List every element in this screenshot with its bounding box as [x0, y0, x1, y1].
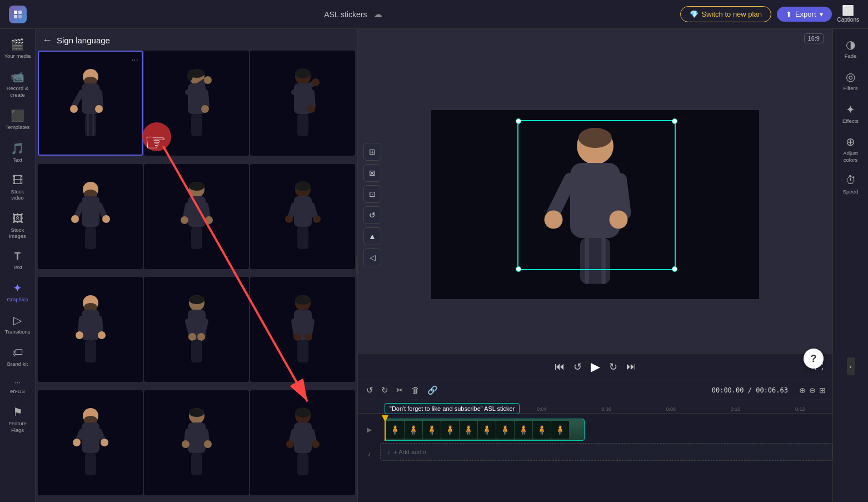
svg-rect-2 [14, 15, 17, 18]
canvas-tool-rotate[interactable]: ↺ [363, 206, 381, 224]
sidebar-item-graphics[interactable]: ✦ Graphics [1, 277, 34, 307]
skip-to-end-button[interactable]: ⏭ [626, 361, 636, 372]
record-icon: 📹 [11, 70, 24, 83]
svg-point-45 [205, 216, 213, 224]
skip-to-start-button[interactable]: ⏮ [555, 361, 565, 372]
aspect-ratio-value: 16:9 [808, 35, 820, 42]
ruler-mark-10: 0:10 [703, 406, 767, 412]
back-button[interactable]: ← [42, 34, 52, 46]
zoom-out-button[interactable]: ⊖ [809, 386, 816, 395]
fit-button[interactable]: ⊞ [819, 386, 826, 395]
svg-line-36 [99, 205, 104, 216]
cut-button[interactable]: ✂ [395, 384, 405, 397]
media-card-5[interactable] [144, 164, 249, 269]
media-card-8[interactable] [144, 277, 249, 382]
stock-images-icon: 🖼 [12, 212, 23, 225]
svg-rect-11 [85, 114, 96, 136]
svg-line-110 [620, 180, 625, 213]
canvas-tool-back[interactable]: ◁ [363, 248, 381, 266]
timeline-time-display: 00:00.00 / 00:06.63 [712, 386, 788, 394]
upload-icon: ⬆ [786, 10, 792, 18]
link-button[interactable]: 🔗 [426, 384, 440, 397]
add-audio-button[interactable]: ♪ + Add audio [380, 443, 832, 461]
help-button[interactable]: ? [804, 349, 824, 369]
right-sidebar-item-filters[interactable]: ◎ Filters [834, 66, 867, 96]
sidebar-item-your-media[interactable]: 🎬 Your media [1, 33, 34, 63]
redo-button[interactable]: ↻ [380, 384, 390, 397]
media-card-6[interactable] [250, 164, 355, 269]
clip-frame-9: 🧍 [533, 421, 551, 439]
canvas-tool-resize[interactable]: ⊞ [363, 143, 381, 161]
video-track: ▶ "Don't forget to like and subscribe" A… [358, 416, 832, 444]
character-svg-10 [68, 404, 113, 481]
svg-rect-1 [18, 11, 22, 14]
undo-button[interactable]: ↺ [365, 384, 375, 397]
svg-rect-89 [188, 423, 206, 453]
forward5-button[interactable]: ↻ [609, 361, 617, 373]
svg-point-91 [182, 440, 189, 448]
media-card-10[interactable] [38, 390, 143, 495]
svg-rect-62 [85, 340, 96, 362]
svg-point-21 [201, 105, 209, 113]
svg-line-100 [312, 431, 314, 441]
svg-point-69 [197, 333, 205, 341]
right-sidebar-item-adjust-colors[interactable]: ⊕ Adjust colors [834, 131, 867, 167]
switch-plan-button[interactable]: 💎 Switch to new plan [680, 6, 771, 22]
more-options-icon-1[interactable]: ··· [131, 55, 138, 65]
export-button[interactable]: ⬆ Export ▾ [777, 7, 832, 22]
sidebar-item-feature-flags-2[interactable]: ⚑ Feature Flags [1, 401, 34, 438]
media-card-11[interactable] [144, 390, 249, 495]
zoom-in-button[interactable]: ⊕ [799, 386, 806, 395]
media-card-1[interactable]: ··· [38, 51, 143, 156]
svg-point-83 [73, 439, 81, 446]
right-sidebar-item-effects[interactable]: ✦ Effects [834, 98, 867, 128]
right-sidebar-item-speed[interactable]: ⏱ Speed [834, 170, 867, 199]
stock-video-icon: 🎞 [12, 174, 23, 187]
sidebar-item-templates[interactable]: ⬛ Templates [1, 105, 34, 135]
sidebar-item-record[interactable]: 📹 Record & create [1, 66, 34, 102]
audio-track-content: ♪ + Add audio [380, 443, 832, 465]
rewind5-button[interactable]: ↺ [573, 361, 582, 373]
right-sidebar-item-fade[interactable]: ◑ Fade [834, 33, 867, 63]
character-svg-9 [281, 291, 325, 369]
svg-rect-41 [188, 196, 206, 227]
sidebar-item-feature-flags[interactable]: ··· en-US [1, 374, 34, 399]
video-clip[interactable]: 🧍 🧍 🧍 🧍 🧍 🧍 🧍 🧍 🧍 🧍 [385, 419, 585, 441]
canvas-tool-flip[interactable]: ▲ [363, 227, 381, 245]
svg-rect-3 [18, 15, 22, 18]
graphics-icon: ✦ [13, 281, 22, 295]
svg-point-93 [204, 440, 212, 448]
media-card-9[interactable] [250, 277, 355, 382]
captions-button[interactable]: ⬜ Captions [837, 5, 859, 24]
play-pause-button[interactable]: ▶ [591, 360, 600, 374]
topbar-center: ASL stickers ☁ [324, 9, 382, 19]
media-card-7[interactable] [38, 277, 143, 382]
right-sidebar-expand-button[interactable]: ‹ [847, 357, 855, 375]
media-card-3[interactable] [250, 51, 355, 156]
playhead[interactable] [385, 419, 386, 441]
media-card-4[interactable] [38, 164, 143, 269]
sidebar-item-stock-images[interactable]: 🖼 Stock images [1, 208, 34, 244]
delete-button[interactable]: 🗑 [410, 384, 421, 396]
svg-line-52 [312, 205, 315, 216]
sidebar-item-stock-video[interactable]: 🎞 Stock video [1, 170, 34, 206]
switch-plan-label: Switch to new plan [702, 10, 762, 18]
svg-rect-112 [580, 238, 610, 284]
sidebar-item-brand-kit[interactable]: 🏷 Brand kit [1, 342, 34, 371]
svg-point-85 [101, 439, 108, 446]
timeline-tracks: ▶ "Don't forget to like and subscribe" A… [358, 414, 832, 502]
add-audio-label: + Add audio [394, 449, 426, 455]
canvas-tool-frame[interactable]: ⊡ [363, 185, 381, 203]
media-card-2[interactable] [144, 51, 249, 156]
media-card-12[interactable] [250, 390, 355, 495]
canvas-tool-crop[interactable]: ⊠ [363, 164, 381, 182]
sidebar-item-text[interactable]: T Text [1, 246, 34, 275]
svg-line-90 [187, 431, 188, 441]
svg-line-58 [81, 319, 82, 333]
canvas-content [431, 110, 759, 299]
export-label: Export [795, 10, 816, 18]
sidebar-item-label-stock-video: Stock video [4, 188, 31, 201]
sidebar-item-label-transitions: Transitions [4, 329, 30, 335]
sidebar-item-music[interactable]: 🎵 Text [1, 137, 34, 167]
sidebar-item-transitions[interactable]: ▷ Transitions [1, 309, 34, 339]
